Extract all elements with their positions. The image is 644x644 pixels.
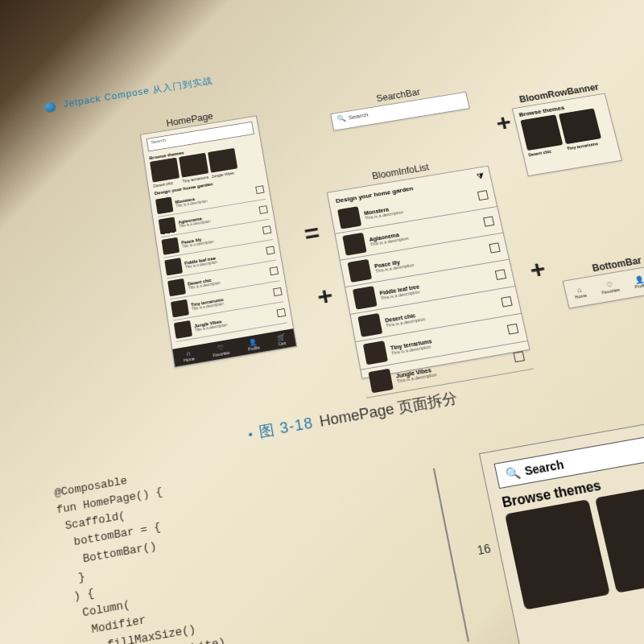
phone-preview: 🔍 Search Browse themes bbox=[479, 415, 644, 644]
figure-number: 图 3-18 bbox=[258, 413, 315, 442]
nav-item[interactable]: 👤Profile bbox=[246, 337, 260, 351]
equals-op: = bbox=[302, 218, 322, 249]
book-title: Jetpack Compose 从入门到实战 bbox=[63, 75, 214, 111]
plant-thumb bbox=[342, 233, 366, 256]
checkbox[interactable] bbox=[483, 217, 494, 227]
rowbanner-mock: Browse themes Desert chic Tiny terrarium… bbox=[512, 93, 622, 176]
favorites-icon: ♡ bbox=[600, 279, 620, 290]
theme-thumb[interactable] bbox=[559, 108, 601, 144]
checkbox[interactable] bbox=[477, 190, 489, 200]
checkbox[interactable] bbox=[495, 269, 506, 279]
plant-thumb bbox=[353, 286, 378, 309]
search-icon: 🔍 bbox=[504, 465, 521, 481]
checkbox[interactable] bbox=[501, 296, 513, 308]
favorites-icon: ♡ bbox=[212, 342, 229, 352]
checkbox[interactable] bbox=[489, 242, 500, 253]
theme-thumb[interactable] bbox=[208, 148, 237, 173]
measure-line bbox=[433, 468, 469, 642]
checkbox[interactable] bbox=[255, 185, 264, 194]
plant-thumb bbox=[164, 258, 183, 275]
plant-thumb bbox=[363, 341, 388, 365]
plus-op-2: + bbox=[315, 281, 335, 312]
nav-item[interactable]: ♡Favorites bbox=[600, 279, 621, 295]
plant-list: MonsteraThis is a descriptionAglaonemaTh… bbox=[155, 180, 287, 342]
nav-item[interactable]: ♡Favorites bbox=[212, 342, 230, 357]
cart-icon: 🛒 bbox=[276, 333, 286, 342]
figure-caption: • 图 3-18 HomePage 页面拆分 bbox=[247, 388, 460, 444]
checkbox[interactable] bbox=[270, 266, 279, 275]
nav-item[interactable]: ⌂Home bbox=[182, 349, 195, 362]
plant-thumb bbox=[174, 320, 192, 339]
code-snippet: @Composable fun HomePage() { Scaffold( b… bbox=[54, 460, 230, 644]
plus-op-1: + bbox=[493, 109, 514, 138]
plant-thumb bbox=[357, 313, 382, 337]
search-placeholder: Search bbox=[348, 111, 369, 121]
nav-item[interactable]: 🛒Cart bbox=[276, 333, 287, 346]
checkbox[interactable] bbox=[266, 246, 275, 255]
running-header: Jetpack Compose 从入门到实战 bbox=[44, 75, 214, 114]
nav-item[interactable]: 👤Profile bbox=[633, 275, 644, 289]
home-icon: ⌂ bbox=[572, 285, 586, 295]
theme-thumb[interactable] bbox=[505, 499, 610, 610]
plant-thumb bbox=[167, 279, 186, 297]
theme-thumb[interactable] bbox=[150, 158, 180, 183]
home-icon: ⌂ bbox=[182, 349, 194, 357]
homepage-mock: Search Browse themes Desert chic Tiny te… bbox=[140, 115, 297, 367]
measure-value: 16 bbox=[476, 541, 492, 557]
bloomlist-mock: Design your home garden ⧩ MonsteraThis i… bbox=[327, 166, 530, 379]
compose-logo-icon bbox=[44, 101, 56, 114]
checkbox[interactable] bbox=[276, 308, 286, 317]
profile-icon: 👤 bbox=[246, 337, 259, 346]
nav-item[interactable]: ⌂Home bbox=[572, 285, 587, 299]
checkbox[interactable] bbox=[513, 351, 525, 362]
plus-op-3: + bbox=[527, 254, 549, 285]
theme-thumb[interactable] bbox=[179, 153, 208, 178]
search-icon: 🔍 bbox=[336, 114, 346, 123]
checkbox[interactable] bbox=[262, 225, 271, 234]
checkbox[interactable] bbox=[273, 287, 283, 296]
plant-thumb bbox=[161, 237, 180, 255]
theme-thumb[interactable] bbox=[520, 114, 563, 151]
plant-thumb bbox=[155, 196, 173, 214]
checkbox[interactable] bbox=[258, 205, 267, 214]
profile-icon: 👤 bbox=[633, 275, 644, 284]
plant-thumb bbox=[171, 299, 189, 318]
checkbox[interactable] bbox=[507, 324, 519, 335]
plant-thumb bbox=[337, 206, 361, 229]
filter-icon[interactable]: ⧩ bbox=[477, 171, 485, 181]
plant-thumb bbox=[368, 369, 393, 394]
plant-thumb bbox=[159, 217, 177, 234]
plant-thumb bbox=[348, 259, 373, 283]
